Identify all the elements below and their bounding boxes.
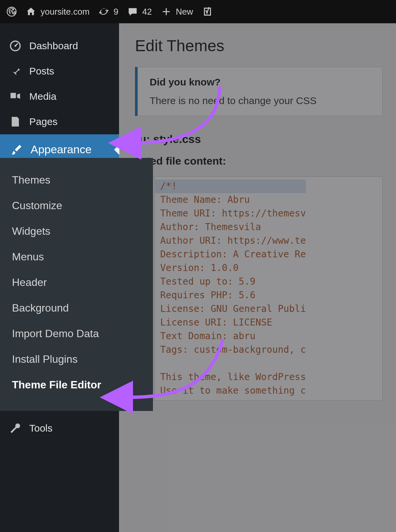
submenu-label: Theme File Editor: [12, 379, 101, 391]
comment-icon: [128, 7, 138, 17]
plus-icon: [161, 7, 171, 17]
sidebar-item-label: Media: [29, 91, 57, 102]
sidebar-item-tools[interactable]: Tools: [0, 416, 119, 441]
submenu-label: Header: [12, 276, 47, 288]
submenu-item-themes[interactable]: Themes: [0, 167, 153, 193]
submenu-label: Import Demo Data: [12, 328, 99, 339]
sidebar-item-dashboard[interactable]: Dashboard: [0, 33, 119, 59]
submenu-item-widgets[interactable]: Widgets: [0, 218, 153, 244]
submenu-item-install-plugins[interactable]: Install Plugins: [0, 346, 153, 372]
svg-point-2: [14, 45, 16, 47]
sidebar-item-label: Posts: [29, 66, 54, 77]
appearance-submenu: Themes Customize Widgets Menus Header Ba…: [0, 158, 153, 411]
submenu-item-background[interactable]: Background: [0, 295, 153, 321]
admin-sidebar: Dashboard Posts Media Pages Appearance T…: [0, 23, 119, 532]
wordpress-icon: [7, 7, 17, 17]
new-content-link[interactable]: New: [161, 7, 193, 17]
sidebar-item-label: Appearance: [31, 143, 91, 156]
new-label: New: [176, 7, 193, 17]
sidebar-item-pages[interactable]: Pages: [0, 109, 119, 134]
yoast-link[interactable]: [202, 7, 212, 17]
submenu-label: Customize: [12, 200, 62, 211]
sidebar-item-label: Tools: [29, 423, 53, 434]
sidebar-item-label: Dashboard: [29, 40, 78, 52]
submenu-label: Menus: [12, 251, 44, 263]
home-icon: [26, 7, 36, 17]
submenu-label: Install Plugins: [12, 353, 77, 365]
submenu-item-customize[interactable]: Customize: [0, 193, 153, 218]
pin-icon: [9, 65, 21, 77]
submenu-label: Themes: [12, 174, 51, 186]
updates-link[interactable]: 9: [99, 7, 118, 17]
media-icon: [9, 90, 21, 102]
comments-count: 42: [142, 7, 152, 17]
submenu-item-menus[interactable]: Menus: [0, 244, 153, 270]
comments-link[interactable]: 42: [128, 7, 152, 17]
sidebar-item-label: Pages: [29, 116, 58, 127]
submenu-item-header[interactable]: Header: [0, 270, 153, 295]
updates-count: 9: [113, 7, 118, 17]
dim-overlay: [119, 23, 396, 532]
yoast-icon: [202, 7, 212, 17]
pages-icon: [9, 116, 21, 128]
submenu-item-import-demo[interactable]: Import Demo Data: [0, 321, 153, 346]
dashboard-icon: [9, 40, 21, 52]
submenu-label: Widgets: [12, 225, 51, 237]
tools-icon: [9, 422, 21, 434]
site-home-link[interactable]: yoursite.com: [26, 7, 89, 17]
sidebar-menu: Dashboard Posts Media Pages Appearance: [0, 23, 119, 165]
submenu-label: Background: [12, 302, 69, 314]
wp-logo[interactable]: [7, 7, 17, 17]
submenu-item-theme-file-editor[interactable]: Theme File Editor: [0, 372, 153, 398]
site-name: yoursite.com: [41, 7, 89, 17]
brush-icon: [11, 144, 23, 156]
sidebar-item-posts[interactable]: Posts: [0, 59, 119, 84]
refresh-icon: [99, 7, 109, 17]
sidebar-item-media[interactable]: Media: [0, 84, 119, 109]
admin-bar: yoursite.com 9 42 New: [0, 0, 396, 23]
